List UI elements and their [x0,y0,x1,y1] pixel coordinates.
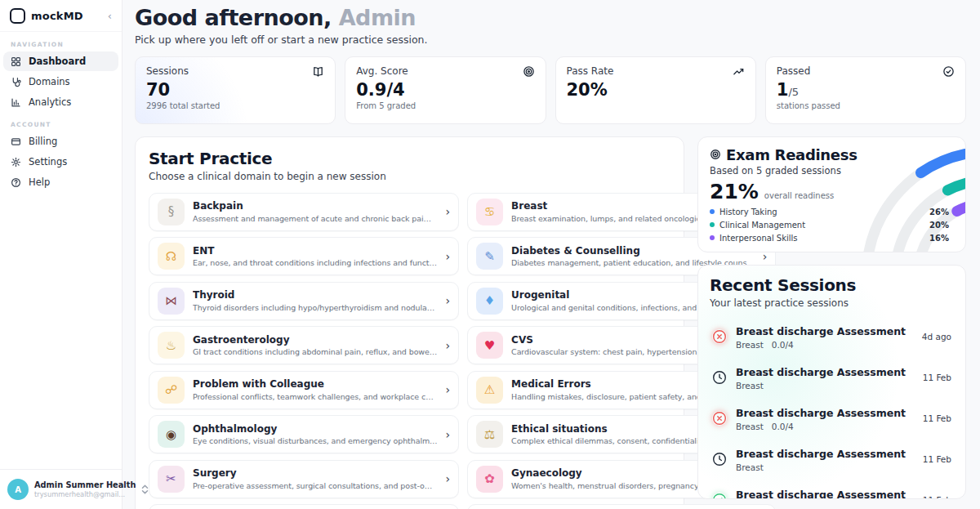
start-practice-subtitle: Choose a clinical domain to begin a new … [149,171,670,182]
stat-card-passed: Passed 1/5 stations passed [765,56,966,124]
chevron-right-icon: › [445,340,450,351]
main-content: Good afternoon, Admin Pick up where you … [122,0,980,509]
exam-readiness-title-text: Exam Readiness [726,146,858,163]
stat-card-pass-rate: Pass Rate 20% [555,56,756,124]
domain-card[interactable]: ⋈ Thyroid Thyroid disorders including hy… [149,282,459,320]
session-row[interactable]: Breast discharge Assessment Breast 11 Fe… [710,357,954,398]
overall-readiness-label: overall readiness [764,191,834,200]
clock-icon [712,452,727,467]
sidebar-item-dashboard[interactable]: Dashboard [3,51,118,71]
skill-label: History Taking [719,208,777,217]
domain-card[interactable]: ❀ Palliative Care › [467,504,776,509]
session-date: 11 Feb [923,495,951,499]
sidebar-item-label: Billing [29,136,57,147]
domain-name: Backpain [193,200,437,212]
sidebar-item-settings[interactable]: Settings [3,152,118,172]
avatar: A [7,479,29,500]
skill-percent: 16% [929,234,954,243]
skill-label: Interpersonal Skills [719,234,798,243]
session-date: 11 Feb [923,454,951,464]
recent-sessions-panel: Recent Sessions Your latest practice ses… [697,265,966,499]
chevron-right-icon: › [445,429,450,440]
session-score: 0.0/4 [772,422,794,431]
stat-value: 20% [567,80,745,100]
stat-value-main: 1 [777,80,789,100]
session-title: Breast discharge Assessment [736,325,906,337]
domain-card[interactable]: ☍ Problem with Colleague Professional co… [149,371,459,409]
domain-name: Surgery [193,467,437,479]
session-domain: Breast [736,462,764,472]
stat-sub: From 5 graded [356,101,534,110]
session-domain: Breast [736,340,764,350]
passed-check-circle-icon [712,493,727,499]
gear-icon [11,157,21,167]
sidebar-item-label: Help [29,176,50,188]
domain-card[interactable]: ◉ Ophthalmology Eye conditions, visual d… [149,415,459,453]
session-title: Breast discharge Assessment [736,366,906,378]
stat-sub: stations passed [777,101,955,110]
session-list: Breast discharge Assessment Breast 0.0/4… [710,316,954,499]
domain-card[interactable]: ✂ Surgery Pre-operative assessment, surg… [149,460,459,498]
sidebar-item-label: Dashboard [29,56,86,67]
session-date: 11 Feb [923,373,951,382]
session-row[interactable]: Breast discharge Assessment Breast 11 Fe… [710,439,954,480]
stat-label: Passed [777,65,811,77]
sidebar-item-billing[interactable]: Billing [3,132,118,151]
stat-label: Avg. Score [356,65,408,77]
skill-percent: 20% [929,221,954,230]
sidebar: mockMD ‹ NAVIGATION Dashboard Domains An… [0,0,122,509]
user-name: Admin Summer Health [34,480,136,491]
chevron-up-down-icon [141,482,149,498]
legend-dot [710,209,715,214]
sidebar-collapse-icon[interactable]: ‹ [108,11,112,21]
domain-grid: § Backpain Assessment and management of … [149,193,670,509]
session-date: 11 Feb [923,413,951,423]
sidebar-item-domains[interactable]: Domains [3,72,118,92]
domain-icon: ⚖ [476,421,503,448]
grid-icon [11,56,21,67]
chevron-right-icon: › [445,251,450,262]
stat-card-avg-score: Avg. Score 0.9/4 From 5 graded [345,56,546,124]
target-icon [710,149,721,160]
domain-icon: ✎ [476,243,503,270]
session-row[interactable]: Breast discharge Assessment Breast 2.6/4… [710,480,954,499]
app-logo: mockMD ‹ [0,0,122,32]
sidebar-item-label: Domains [29,76,70,87]
domain-card[interactable]: ☊ ENT Ear, nose, and throat conditions i… [149,237,459,275]
domain-name: Ophthalmology [193,423,437,435]
domain-card[interactable]: ☯ Psychiatry › [149,504,459,509]
trending-up-icon [733,65,745,78]
start-practice-title: Start Practice [149,149,670,168]
failed-circle-x-icon [712,329,727,344]
legend-dot [710,222,715,227]
domain-icon: ♨ [158,332,185,359]
legend-dot [710,235,715,240]
stat-label: Sessions [146,65,189,77]
domain-description: GI tract conditions including abdominal … [193,347,437,356]
domain-description: Pre-operative assessment, surgical consu… [193,481,437,490]
domain-icon: ☍ [158,377,185,404]
session-row[interactable]: Breast discharge Assessment Breast 0.0/4… [710,316,954,357]
domain-name: Problem with Colleague [193,378,437,390]
session-title: Breast discharge Assessment [736,489,906,499]
stat-label: Pass Rate [567,65,614,77]
stat-sub: 2996 total started [146,101,324,110]
stat-value: 0.9/4 [356,80,534,100]
app-logo-icon [10,8,25,24]
session-date: 4d ago [922,332,951,342]
domain-description: Professional conflicts, teamwork challen… [193,392,437,401]
domain-card[interactable]: ♨ Gastroenterology GI tract conditions i… [149,326,459,364]
sidebar-item-help[interactable]: Help [3,172,118,192]
domain-icon: ◉ [158,421,185,448]
skill-label: Clinical Management [719,221,805,230]
book-open-icon [312,65,324,78]
check-circle-icon [942,65,955,78]
session-row[interactable]: Breast discharge Assessment Breast 0.0/4… [710,398,954,439]
user-menu[interactable]: A Admin Summer Health trysummerhealth@gm… [0,469,122,509]
chevron-right-icon: › [445,206,450,217]
sidebar-item-analytics[interactable]: Analytics [3,92,118,112]
domain-icon: ♦ [476,288,503,315]
domain-card[interactable]: § Backpain Assessment and management of … [149,193,459,231]
readiness-skill-row: Clinical Management 20% [710,221,954,230]
domain-description: Ear, nose, and throat conditions includi… [193,258,437,267]
